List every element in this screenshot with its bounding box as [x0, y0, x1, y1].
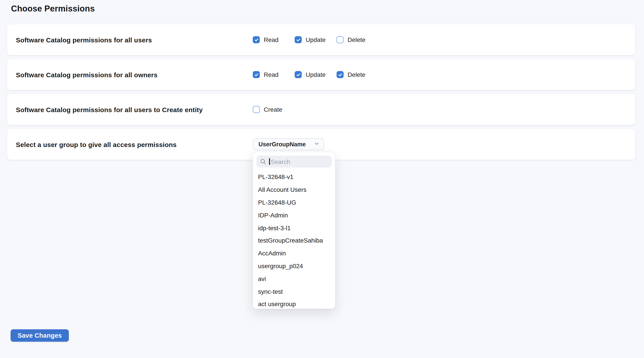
page-title: Choose Permissions: [11, 4, 95, 14]
check-icon: [254, 37, 259, 42]
permission-option: Delete: [336, 36, 366, 43]
permissions-row: ReadUpdateDelete: [253, 71, 366, 78]
card-label: Software Catalog permissions for all own…: [7, 71, 158, 78]
permission-label: Read: [264, 36, 278, 43]
dropdown-option[interactable]: avi: [256, 272, 332, 285]
checkbox-checked[interactable]: [295, 71, 302, 78]
user-group-select-wrap: UserGroupName: [253, 138, 324, 150]
check-icon: [296, 37, 300, 42]
permission-option: Delete: [336, 71, 366, 78]
card-label: Select a user group to give all access p…: [7, 141, 177, 148]
card-user-group-select: Select a user group to give all access p…: [7, 129, 635, 160]
permission-option: Create: [253, 106, 282, 113]
permission-label: Create: [264, 106, 282, 113]
permission-label: Update: [306, 71, 326, 78]
search-placeholder: Search: [270, 158, 290, 165]
search-input[interactable]: Search: [256, 156, 332, 168]
permission-label: Read: [264, 71, 278, 78]
dropdown-option[interactable]: usergroup_p024: [256, 260, 332, 272]
permission-option: Update: [295, 71, 336, 78]
card-all-owners-permissions: Software Catalog permissions for all own…: [7, 59, 635, 90]
check-icon: [254, 72, 259, 77]
permission-option: Read: [253, 71, 295, 78]
permission-option: Read: [253, 36, 295, 43]
card-all-users-permissions: Software Catalog permissions for all use…: [7, 24, 635, 55]
permissions-row: Create: [253, 106, 282, 113]
chevron-down-icon: [314, 141, 319, 148]
permission-option: Update: [295, 36, 336, 43]
user-group-select-button[interactable]: UserGroupName: [253, 138, 324, 150]
dropdown-option[interactable]: PL-32648-UG: [256, 196, 332, 209]
dropdown-option[interactable]: act usergroup: [256, 298, 332, 309]
checkbox-unchecked[interactable]: [336, 36, 344, 43]
dropdown-option[interactable]: AccAdmin: [256, 247, 332, 260]
checkbox-checked[interactable]: [253, 36, 260, 43]
checkbox-unchecked[interactable]: [253, 106, 260, 113]
user-group-dropdown-panel: Search PL-32648-v1All Account UsersPL-32…: [253, 152, 335, 309]
dropdown-options-list: PL-32648-v1All Account UsersPL-32648-UGI…: [256, 171, 332, 309]
save-changes-button[interactable]: Save Changes: [10, 329, 69, 342]
dropdown-option[interactable]: sync-test: [256, 285, 332, 298]
checkbox-checked[interactable]: [295, 36, 302, 43]
dropdown-option[interactable]: PL-32648-v1: [256, 171, 332, 183]
dropdown-option[interactable]: All Account Users: [256, 183, 332, 196]
search-icon: [260, 159, 266, 164]
checkbox-checked[interactable]: [336, 71, 344, 78]
dropdown-option[interactable]: IDP-Admin: [256, 209, 332, 222]
check-icon: [338, 72, 342, 77]
dropdown-option[interactable]: testGroupCreateSahiba: [256, 234, 332, 247]
card-label: Software Catalog permissions for all use…: [7, 106, 203, 113]
card-create-entity-permissions: Software Catalog permissions for all use…: [7, 94, 635, 125]
permission-label: Delete: [348, 36, 366, 43]
text-cursor: [269, 158, 270, 165]
dropdown-option[interactable]: idp-test-3-l1: [256, 221, 332, 234]
card-label: Software Catalog permissions for all use…: [7, 36, 152, 44]
check-icon: [296, 72, 300, 77]
permissions-page: Choose Permissions Software Catalog perm…: [0, 0, 644, 358]
user-group-select-value: UserGroupName: [258, 141, 306, 148]
checkbox-checked[interactable]: [253, 71, 260, 78]
cards-container: Software Catalog permissions for all use…: [7, 24, 635, 164]
permission-label: Delete: [348, 71, 366, 78]
permissions-row: ReadUpdateDelete: [253, 36, 366, 43]
permission-label: Update: [306, 36, 326, 43]
